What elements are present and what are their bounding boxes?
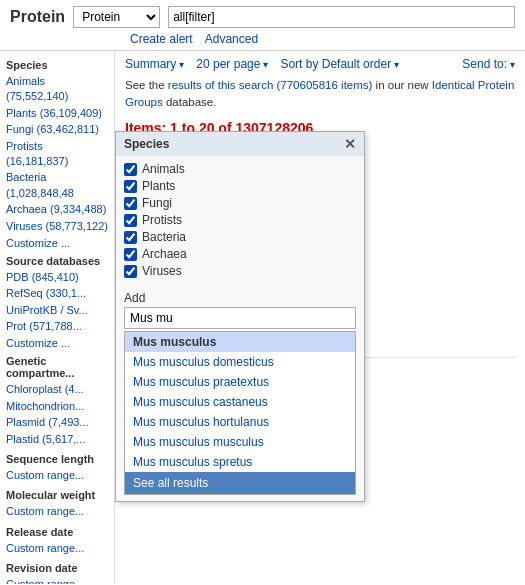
sidebar-item-viruses[interactable]: Viruses (58,773,122) [6, 219, 108, 234]
plants-checkbox[interactable] [124, 180, 137, 193]
sidebar-item-protists[interactable]: Protists (16,181,837) [6, 139, 108, 170]
summary-chevron-icon: ▾ [179, 59, 184, 70]
dropdown-item-3[interactable]: Mus musculus castaneus [125, 392, 355, 412]
per-page-dropdown[interactable]: 20 per page ▾ [196, 57, 268, 71]
sidebar-item-plasmid[interactable]: Plasmid (7,493... [6, 415, 108, 430]
info-text-middle: in our new [372, 79, 431, 91]
viruses-label: Viruses [142, 264, 182, 278]
dropdown-item-6[interactable]: Mus musculus spretus [125, 452, 355, 472]
bacteria-label: Bacteria [142, 230, 186, 244]
info-text-before: See the [125, 79, 168, 91]
sidebar-item-refseq[interactable]: RefSeq (330,1... [6, 286, 108, 301]
plants-label: Plants [142, 179, 175, 193]
modal-close-button[interactable]: ✕ [344, 137, 356, 151]
species-modal-header: Species ✕ [116, 132, 364, 156]
sidebar-seqlength-range[interactable]: Custom range... [6, 468, 108, 483]
fungi-checkbox[interactable] [124, 197, 137, 210]
protists-label: Protists [142, 213, 182, 227]
sidebar-genetic-title: Genetic compartme... [6, 355, 108, 379]
archaea-label: Archaea [142, 247, 187, 261]
info-text-after: database. [163, 96, 217, 108]
fungi-label: Fungi [142, 196, 172, 210]
viruses-checkbox[interactable] [124, 265, 137, 278]
sidebar-molweight-range[interactable]: Custom range... [6, 504, 108, 519]
species-checkbox-archaea: Archaea [124, 247, 356, 261]
sidebar: Species Animals (75,552,140) Plants (36,… [0, 51, 115, 584]
sidebar-seqlength-title: Sequence length [6, 453, 108, 465]
sidebar-source-title: Source databases [6, 255, 108, 267]
species-checkbox-animals: Animals [124, 162, 356, 176]
sidebar-item-archaea[interactable]: Archaea (9,334,488) [6, 202, 108, 217]
modal-add-label: Add [116, 287, 364, 307]
create-alert-link[interactable]: Create alert [130, 32, 193, 46]
customize-source-link[interactable]: Customize ... [6, 337, 108, 349]
customize-species-link[interactable]: Customize ... [6, 237, 108, 249]
sidebar-item-fungi[interactable]: Fungi (63,462,811) [6, 122, 108, 137]
dropdown-item-5[interactable]: Mus musculus musculus [125, 432, 355, 452]
dropdown-item-1[interactable]: Mus musculus domesticus [125, 352, 355, 372]
see-all-results-button[interactable]: See all results [125, 472, 355, 494]
species-checkbox-protists: Protists [124, 213, 356, 227]
animals-checkbox[interactable] [124, 163, 137, 176]
species-checkbox-viruses: Viruses [124, 264, 356, 278]
content-area: Summary ▾ 20 per page ▾ Sort by Default … [115, 51, 525, 584]
sidebar-species-title: Species [6, 59, 108, 71]
sidebar-releasedate-title: Release date [6, 526, 108, 538]
bacteria-checkbox[interactable] [124, 231, 137, 244]
search-input[interactable] [168, 6, 515, 28]
sidebar-item-animals[interactable]: Animals (75,552,140) [6, 74, 108, 105]
toolbar: Summary ▾ 20 per page ▾ Sort by Default … [125, 57, 515, 71]
header-links: Create alert Advanced [10, 32, 515, 46]
summary-dropdown[interactable]: Summary ▾ [125, 57, 184, 71]
species-dropdown-list: Mus musculus Mus musculus domesticus Mus… [124, 331, 356, 495]
species-modal: Species ✕ Animals Plants Fungi [115, 131, 365, 502]
species-modal-title: Species [124, 137, 169, 151]
sidebar-item-plants[interactable]: Plants (36,109,409) [6, 106, 108, 121]
species-search-input[interactable] [124, 307, 356, 329]
advanced-link[interactable]: Advanced [205, 32, 258, 46]
send-to-chevron-icon: ▾ [510, 59, 515, 70]
send-to-dropdown[interactable]: Send to: ▾ [462, 57, 515, 71]
species-checkbox-plants: Plants [124, 179, 356, 193]
dropdown-item-0[interactable]: Mus musculus [125, 332, 355, 352]
per-page-chevron-icon: ▾ [263, 59, 268, 70]
sidebar-revisiondate-title: Revision date [6, 562, 108, 574]
sidebar-molweight-title: Molecular weight [6, 489, 108, 501]
dropdown-item-4[interactable]: Mus musculus hortulanus [125, 412, 355, 432]
sidebar-item-uniprotkb[interactable]: UniProtKB / Sv... [6, 303, 108, 318]
animals-label: Animals [142, 162, 185, 176]
sort-dropdown[interactable]: Sort by Default order ▾ [280, 57, 399, 71]
sidebar-releasedate-range[interactable]: Custom range... [6, 541, 108, 556]
database-select[interactable]: Protein Gene Nucleotide PubMed [73, 6, 160, 28]
species-checkbox-fungi: Fungi [124, 196, 356, 210]
header: Protein Protein Gene Nucleotide PubMed C… [0, 0, 525, 51]
dropdown-item-2[interactable]: Mus musculus praetextus [125, 372, 355, 392]
per-page-label: 20 per page [196, 57, 260, 71]
sidebar-item-chloroplast[interactable]: Chloroplast (4... [6, 382, 108, 397]
sidebar-revisiondate-range[interactable]: Custom range... [6, 577, 108, 584]
protists-checkbox[interactable] [124, 214, 137, 227]
send-to-label: Send to: [462, 57, 507, 71]
search-results-link[interactable]: results of this search (770605816 items) [168, 79, 373, 91]
header-top: Protein Protein Gene Nucleotide PubMed [10, 6, 515, 28]
info-banner: See the results of this search (77060581… [125, 77, 515, 112]
sidebar-item-bacteria[interactable]: Bacteria (1,028,848,48 [6, 170, 108, 201]
sort-chevron-icon: ▾ [394, 59, 399, 70]
sidebar-item-mitochondrion[interactable]: Mitochondrion... [6, 399, 108, 414]
summary-label: Summary [125, 57, 176, 71]
sidebar-item-prot[interactable]: Prot (571,788... [6, 319, 108, 334]
sidebar-item-plastid[interactable]: Plastid (5,617,... [6, 432, 108, 447]
main-container: Species Animals (75,552,140) Plants (36,… [0, 51, 525, 584]
sort-label: Sort by Default order [280, 57, 391, 71]
species-checkbox-list: Animals Plants Fungi Protists Bacteria [116, 156, 364, 287]
species-checkbox-bacteria: Bacteria [124, 230, 356, 244]
archaea-checkbox[interactable] [124, 248, 137, 261]
app-title: Protein [10, 8, 65, 26]
sidebar-item-pdb[interactable]: PDB (845,410) [6, 270, 108, 285]
